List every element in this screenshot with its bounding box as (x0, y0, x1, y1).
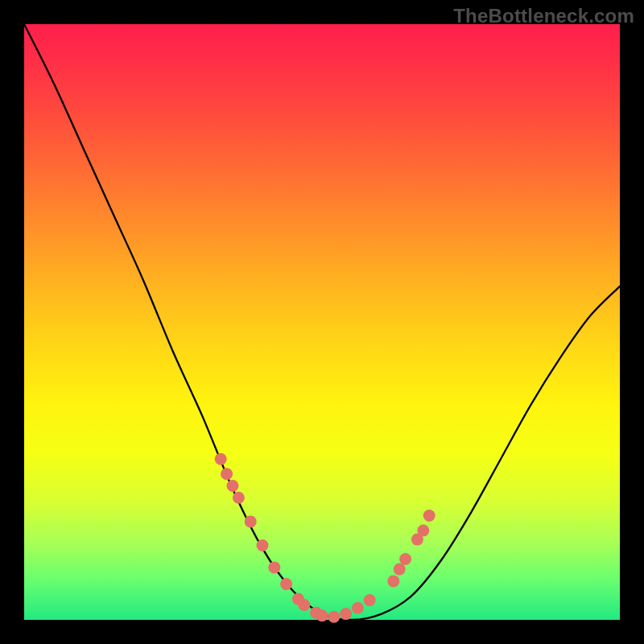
highlight-dot (316, 609, 328, 621)
highlight-dot (417, 525, 429, 537)
highlight-dot (268, 561, 280, 573)
highlight-dot (221, 468, 233, 480)
highlight-dots (215, 453, 436, 623)
highlight-dot (328, 611, 340, 623)
watermark-text: TheBottleneck.com (453, 5, 634, 27)
highlight-dot (394, 564, 406, 576)
highlight-dot (364, 594, 376, 606)
highlight-dot (280, 578, 292, 590)
highlight-dot (387, 575, 399, 587)
highlight-dot (233, 492, 245, 504)
highlight-dot (340, 608, 352, 620)
highlight-dot (423, 510, 436, 522)
highlight-dot (399, 553, 411, 565)
highlight-dot (245, 515, 257, 527)
plot-area (24, 24, 620, 620)
highlight-dot (215, 453, 227, 465)
highlight-dot (227, 480, 239, 492)
bottleneck-curve (24, 24, 620, 620)
chart-frame: TheBottleneck.com (0, 0, 644, 644)
highlight-dot (298, 599, 310, 611)
bottleneck-curve-svg (24, 24, 620, 620)
highlight-dot (257, 539, 269, 551)
highlight-dot (352, 602, 364, 614)
